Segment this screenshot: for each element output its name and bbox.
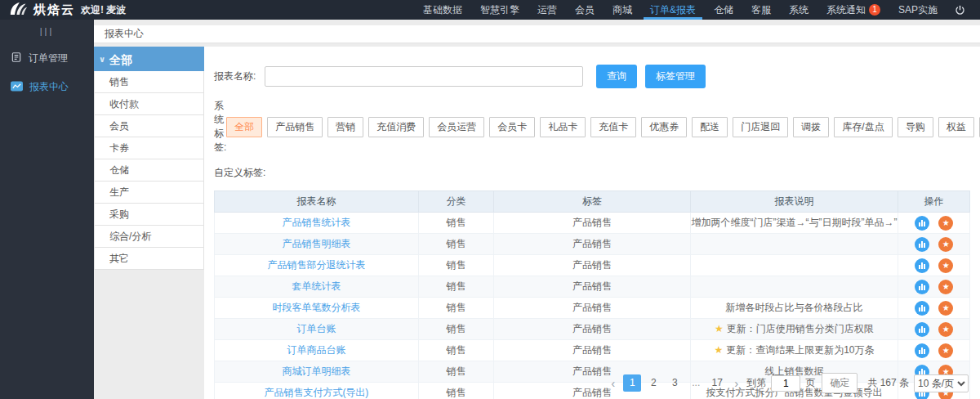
category-item[interactable]: 综合/分析	[94, 226, 204, 248]
left-sidebar: ||| 订单管理 报表中心	[0, 20, 94, 399]
nav-item[interactable]: SAP实施	[889, 0, 947, 20]
system-tag[interactable]: 充值消费	[368, 117, 424, 137]
bar-chart-icon[interactable]	[915, 280, 929, 294]
nav-item[interactable]: 基础数据	[414, 0, 471, 20]
category-item[interactable]: 卡券	[94, 137, 204, 159]
favorite-star-icon[interactable]: ★	[938, 322, 953, 337]
report-tag: 产品销售	[494, 213, 691, 234]
nav-item-label: 订单&报表	[650, 3, 696, 17]
category-item[interactable]: 收付款	[94, 93, 204, 115]
system-tag[interactable]: 营销	[327, 117, 363, 137]
favorite-star-icon[interactable]: ★	[938, 237, 953, 252]
category-label: 综合/分析	[109, 231, 151, 242]
report-name-link[interactable]: 商城订单明细表	[282, 365, 350, 377]
nav-item[interactable]: 系统	[780, 0, 817, 20]
report-name-link[interactable]: 时段客单笔数分析表	[272, 302, 360, 313]
nav-item[interactable]: 会员	[566, 0, 604, 20]
category-item[interactable]: 其它	[94, 248, 204, 270]
report-name-link[interactable]: 产品销售支付方式(导出)	[264, 387, 368, 398]
bar-chart-icon[interactable]	[915, 343, 929, 358]
report-name-cell: 套单统计表	[215, 276, 419, 298]
next-page-arrow[interactable]: ›	[731, 376, 742, 390]
table-row: 时段客单笔数分析表 销售 产品销售 新增各时段占比与各价格段占比 ★	[215, 298, 970, 319]
sidebar-item-report-center[interactable]: 报表中心	[0, 73, 94, 101]
page-number[interactable]: 17	[708, 374, 726, 392]
category-item[interactable]: ∨ 全部	[94, 47, 204, 71]
report-name-input[interactable]	[265, 66, 583, 87]
bar-chart-icon[interactable]	[915, 258, 929, 273]
nav-item[interactable]: 客服	[742, 0, 780, 20]
header-description: 报表说明	[690, 191, 898, 213]
system-tag-label: 库存/盘点	[842, 121, 884, 132]
system-tag[interactable]: 会员卡	[489, 117, 535, 137]
system-tag-label: 充值卡	[599, 121, 628, 132]
bar-chart-icon[interactable]	[915, 322, 929, 337]
system-tag[interactable]: 配送	[692, 117, 728, 137]
system-tags-label: 系统标签:	[214, 99, 226, 155]
favorite-star-icon[interactable]: ★	[938, 301, 953, 316]
system-tags-row: 系统标签: 全部 产品销售 营销 充值消费 会员运营 会员卡 礼品卡 充值卡 优…	[214, 99, 970, 155]
system-tag[interactable]: 会员运营	[429, 117, 484, 137]
nav-item[interactable]: 商城	[604, 0, 641, 20]
system-tag[interactable]: 库存/盘点	[834, 117, 892, 137]
page-number[interactable]: 1	[623, 374, 641, 392]
system-tag[interactable]: 充值卡	[590, 117, 636, 137]
system-tag[interactable]: 全部	[226, 117, 262, 137]
report-name-link[interactable]: 订单台账	[296, 323, 336, 334]
query-button[interactable]: 查询	[596, 65, 637, 88]
sidebar-item-label: 报表中心	[29, 80, 69, 94]
report-name-link[interactable]: 订单商品台账	[287, 344, 345, 356]
favorite-star-icon[interactable]: ★	[938, 258, 953, 273]
nav-item[interactable]: 智慧引擎	[471, 0, 528, 20]
system-tag[interactable]: 产品销售	[267, 117, 323, 137]
report-name-cell: 时段客单笔数分析表	[215, 298, 419, 319]
prev-page-arrow[interactable]: ‹	[608, 376, 618, 390]
nav-item-label: 系统	[789, 3, 808, 17]
power-logout-button[interactable]	[947, 0, 980, 20]
system-tag[interactable]: 权益	[938, 117, 974, 137]
system-tag-label: 营销	[336, 121, 355, 132]
category-item[interactable]: 采购	[94, 204, 204, 226]
goto-page-input[interactable]	[771, 375, 800, 392]
system-tag[interactable]: 优惠券	[641, 117, 687, 137]
bar-chart-icon[interactable]	[915, 301, 929, 316]
sidebar-collapse-icon[interactable]: |||	[0, 20, 94, 44]
nav-item[interactable]: 系统通知 1	[817, 0, 889, 20]
category-item[interactable]: 生产	[94, 182, 204, 204]
nav-item[interactable]: 运营	[528, 0, 566, 20]
category-item[interactable]: 销售	[94, 71, 204, 93]
header-operations: 操作	[898, 191, 970, 213]
goto-confirm-button[interactable]: 确定	[822, 373, 858, 393]
category-item[interactable]: 仓储	[94, 159, 204, 182]
category-item[interactable]: 会员	[94, 115, 204, 137]
category-label: 卡券	[109, 142, 129, 154]
page-size-select[interactable]: 10 条/页	[914, 374, 969, 392]
report-name-link[interactable]: 产品销售明细表	[282, 238, 350, 249]
report-name-cell: 产品销售统计表	[215, 213, 419, 234]
favorite-star-icon[interactable]: ★	[938, 280, 953, 294]
system-tag[interactable]: 调拨	[793, 117, 829, 137]
bar-chart-icon[interactable]	[915, 216, 929, 231]
system-tag[interactable]: 门店退回	[733, 117, 788, 137]
favorite-star-icon[interactable]: ★	[938, 216, 953, 231]
report-name-link[interactable]: 套单统计表	[292, 280, 341, 292]
notification-count-badge: 1	[869, 4, 880, 16]
system-tag[interactable]: 导购	[898, 117, 933, 137]
page-number[interactable]: 2	[644, 374, 662, 392]
report-name-link[interactable]: 产品销售部分退统计表	[267, 259, 365, 271]
system-tag[interactable]: 礼品卡	[540, 117, 586, 137]
favorite-star-icon[interactable]: ★	[938, 343, 953, 358]
report-operations: ★	[898, 255, 970, 276]
report-name-link[interactable]: 产品销售统计表	[282, 217, 350, 228]
sidebar-item-order-management[interactable]: 订单管理	[0, 44, 94, 73]
page-number[interactable]: 3	[666, 374, 684, 392]
report-operations: ★	[898, 234, 970, 255]
tag-manage-button[interactable]: 标签管理	[645, 65, 706, 88]
report-name-cell: 产品销售明细表	[215, 234, 419, 255]
bar-chart-icon[interactable]	[915, 237, 929, 252]
sidebar-item-label: 订单管理	[29, 52, 68, 65]
system-tag-label: 产品销售	[275, 121, 314, 132]
nav-item[interactable]: 订单&报表	[641, 0, 705, 20]
nav-item[interactable]: 仓储	[705, 0, 742, 20]
nav-item-label: 商城	[612, 3, 632, 17]
